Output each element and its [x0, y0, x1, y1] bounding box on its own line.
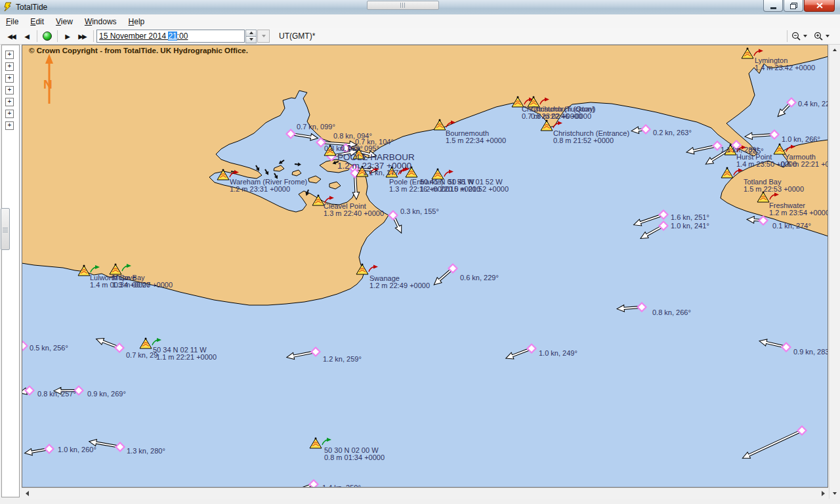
map-label: 1.3 kn, 280° — [127, 447, 165, 455]
map-label: 0.7 kn, 095° — [341, 144, 379, 152]
menu-file[interactable]: File — [0, 15, 24, 28]
restore-button[interactable] — [784, 0, 803, 12]
window-title: TotalTide — [16, 3, 47, 12]
horizontal-scrollbar[interactable] — [22, 488, 828, 499]
map-label: 1.2 m 23:31 +0000 — [230, 185, 290, 193]
map-label: 0.7 kn, 099° — [297, 123, 335, 131]
tree-expander-button[interactable]: + — [5, 51, 14, 59]
timezone-label: UT(GMT)* — [279, 32, 315, 41]
map-label: 235° — [749, 147, 764, 155]
datetime-spinner — [245, 30, 257, 43]
minimize-icon — [770, 7, 776, 9]
jump-to-end-button[interactable]: ▶▶ — [75, 30, 91, 43]
map-label: 1.1 m 22:21 +0000 — [156, 353, 217, 361]
toolbar: ◀◀ ◀ ▶ ▶▶ 15 November 2014 21:00 UT(GMT)… — [0, 28, 840, 45]
zoom-out-button[interactable] — [790, 30, 808, 43]
map-label: 1.2 m 23:54 +0000 — [769, 209, 828, 217]
spin-down-button[interactable] — [245, 36, 257, 43]
map-label: 0.9 kn, 283° — [793, 348, 828, 356]
map-label: 0.4 kn, 22 — [798, 100, 828, 108]
toolbar-separator — [93, 30, 94, 42]
map-label: 1.5 m 22:34 +0000 — [446, 136, 506, 144]
tree-expander-button[interactable]: + — [5, 74, 14, 83]
map-label: 1.2 kn, 259° — [323, 355, 362, 363]
vertical-scrollbar[interactable] — [829, 45, 840, 499]
menu-view[interactable]: View — [50, 15, 79, 28]
scroll-left-icon — [26, 491, 29, 496]
jump-to-start-button[interactable]: ◀◀ — [4, 30, 20, 43]
menu-windows[interactable]: Windows — [79, 15, 123, 28]
zoom-in-button[interactable] — [812, 30, 831, 43]
map-label: 1.6 kn, 251° — [671, 213, 709, 221]
map-label: 0.6 m 22:21 +0000 — [781, 160, 828, 168]
go-to-now-button[interactable] — [40, 30, 54, 43]
scroll-up-button[interactable] — [830, 45, 840, 55]
map-label: 0.8 kn, 257° — [37, 390, 76, 398]
toolbar-separator — [787, 30, 788, 42]
menu-help[interactable]: Help — [123, 15, 151, 28]
map-label: 0.0 m 21:52 +0000 — [448, 185, 509, 193]
horizontal-scroll-thumb[interactable] — [367, 1, 439, 10]
tidal-map-canvas[interactable]: © Crown Copyright - from TotalTide. UK H… — [22, 45, 828, 488]
chevron-down-icon — [803, 35, 807, 37]
tree-expander-button[interactable]: + — [5, 121, 14, 130]
map-label: 0.8 m 01:34 +0000 — [324, 453, 385, 461]
restore-icon — [790, 4, 796, 9]
map-label: 0.6 kn, 229° — [460, 274, 499, 282]
map-label: 1.2 m 22:37 +0000 — [337, 161, 411, 171]
map-label: 1.5 m 22:53 +0000 — [744, 185, 804, 193]
scroll-right-button[interactable] — [818, 488, 828, 499]
map-label: 1.3 m 00:27 +0000 — [112, 281, 173, 289]
map-label: 0.3 kn, 155° — [400, 207, 439, 215]
datetime-dropdown-button[interactable] — [257, 30, 270, 43]
spin-down-icon — [249, 38, 253, 41]
map-label: 1.0 kn, 241° — [671, 222, 709, 230]
application-window: TotalTide File Edit View Windows Help ◀◀… — [0, 0, 840, 504]
map-label: 0.9 kn, 269° — [87, 390, 126, 398]
menu-bar: File Edit View Windows Help — [0, 14, 840, 29]
menu-edit[interactable]: Edit — [24, 15, 50, 28]
map-label: 1.3 m 22:40 +0000 — [324, 209, 384, 217]
spin-up-icon — [249, 32, 253, 34]
scroll-right-icon — [822, 491, 825, 496]
magnifier-minus-icon — [791, 32, 801, 41]
scroll-down-button[interactable] — [830, 488, 840, 499]
date-text: :00 — [177, 32, 188, 41]
svg-text:N: N — [43, 77, 52, 91]
copyright-notice: © Crown Copyright - from TotalTide. UK H… — [29, 47, 248, 54]
map-label: 1.4 m 23:42 +0000 — [755, 64, 815, 72]
vertical-scroll-thumb[interactable] — [1, 208, 10, 250]
magnifier-plus-icon — [814, 32, 824, 41]
map-label: 0.2 kn, 263° — [653, 129, 692, 136]
tree-expander-button[interactable]: + — [5, 110, 14, 118]
close-icon — [816, 3, 823, 9]
chevron-down-icon — [826, 35, 830, 37]
map-label: 0.5 kn, 256° — [30, 344, 68, 352]
map-label: 0.8 m 22:46 +0000 — [531, 112, 591, 120]
toolbar-separator — [57, 30, 58, 42]
scroll-up-icon — [833, 49, 837, 51]
date-selected-text: 21 — [168, 32, 177, 41]
chevron-down-icon — [262, 35, 266, 37]
map-label: 1.0 kn, 249° — [539, 349, 578, 357]
tree-expander-button[interactable]: + — [5, 62, 14, 71]
now-orb-icon — [43, 32, 52, 41]
map-label: 0.8 kn, 266° — [652, 308, 691, 316]
step-back-button[interactable]: ◀ — [20, 30, 34, 43]
datetime-input[interactable]: 15 November 2014 21:00 — [96, 30, 245, 43]
close-button[interactable] — [804, 0, 835, 12]
tree-expander-button[interactable]: + — [5, 86, 14, 94]
step-forward-button[interactable]: ▶ — [60, 30, 75, 43]
toolbar-separator — [37, 30, 37, 42]
map-label: 0.1 kn, 274° — [772, 222, 811, 230]
map-label: 1.0 kn, 266° — [782, 135, 820, 143]
app-icon — [3, 2, 12, 14]
map-label: 0.8 m 21:52 +0000 — [553, 136, 614, 144]
date-text: 15 November 2014 — [99, 32, 168, 41]
scroll-left-button[interactable] — [22, 488, 32, 499]
tree-expander-button[interactable]: + — [5, 98, 14, 106]
station-tree-panel[interactable]: +++++++ — [1, 45, 20, 497]
map-label: 1.0 kn, 260° — [58, 446, 96, 453]
minimize-button[interactable] — [763, 0, 783, 12]
scroll-down-icon — [833, 492, 837, 495]
